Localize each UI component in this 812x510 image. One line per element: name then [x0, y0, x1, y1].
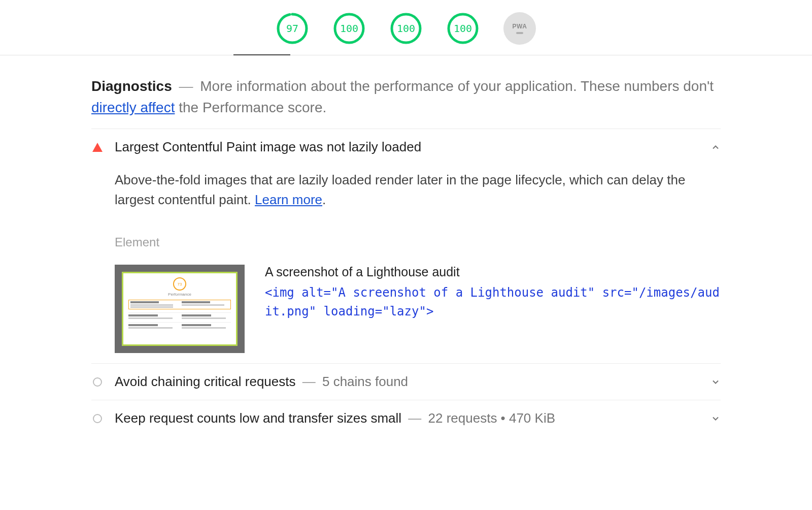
- neutral-circle-icon: [91, 414, 104, 423]
- learn-more-link[interactable]: Learn more: [255, 192, 322, 207]
- element-caption: A screenshot of a Lighthouse audit: [265, 265, 721, 279]
- neutral-circle-icon: [91, 377, 104, 387]
- chevron-down-icon: [710, 377, 721, 387]
- diagnostics-header: Diagnostics — More information about the…: [91, 76, 721, 118]
- main-content: Diagnostics — More information about the…: [81, 55, 731, 436]
- active-tab-underline: [233, 54, 290, 55]
- gauge-value: 100: [340, 22, 358, 35]
- directly-affect-link[interactable]: directly affect: [91, 100, 175, 115]
- audit-subtext: 22 requests • 470 KiB: [428, 410, 555, 426]
- audit-title: Avoid chaining critical requests — 5 cha…: [115, 374, 408, 390]
- dash-separator: —: [179, 78, 193, 94]
- element-code-snippet: <img alt="A screenshot of a Lighthouse a…: [265, 283, 721, 321]
- thumb-gauge-icon: 73: [173, 277, 186, 291]
- pwa-label: PWA: [513, 23, 527, 30]
- audit-toggle[interactable]: Avoid chaining critical requests — 5 cha…: [91, 374, 721, 390]
- gauge-value: 100: [397, 22, 415, 35]
- gauge-best-practices[interactable]: 100: [390, 12, 422, 45]
- audit-description: Above-the-fold images that are lazily lo…: [115, 170, 721, 210]
- audit-chaining-requests: Avoid chaining critical requests — 5 cha…: [91, 363, 721, 400]
- element-section-label: Element: [115, 235, 721, 249]
- gauge-pwa[interactable]: PWA: [503, 12, 536, 45]
- warning-triangle-icon: [91, 143, 104, 152]
- audit-toggle[interactable]: Largest Contentful Paint image was not l…: [91, 139, 721, 155]
- chevron-down-icon: [710, 413, 721, 424]
- gauge-value: 100: [454, 22, 472, 35]
- audit-toggle[interactable]: Keep request counts low and transfer siz…: [91, 410, 721, 426]
- chevron-up-icon: [710, 142, 721, 152]
- audit-lcp-lazy: Largest Contentful Paint image was not l…: [91, 129, 721, 363]
- element-info: A screenshot of a Lighthouse audit <img …: [265, 265, 721, 321]
- element-row: 73 Performance A screenshot of a Lightho…: [115, 265, 721, 353]
- element-thumbnail: 73 Performance: [115, 265, 245, 353]
- audit-title: Largest Contentful Paint image was not l…: [115, 139, 421, 155]
- gauge-accessibility[interactable]: 100: [333, 12, 365, 45]
- audit-title: Keep request counts low and transfer siz…: [115, 410, 555, 426]
- audit-request-counts: Keep request counts low and transfer siz…: [91, 400, 721, 436]
- gauge-seo[interactable]: 100: [447, 12, 479, 45]
- pwa-dash-icon: [516, 32, 523, 34]
- score-nav: 97 100 100 100 PWA: [0, 0, 812, 55]
- audit-subtext: 5 chains found: [322, 374, 408, 389]
- audit-body: Above-the-fold images that are lazily lo…: [91, 155, 721, 353]
- gauge-performance[interactable]: 97: [276, 12, 309, 45]
- gauge-value: 97: [286, 22, 298, 35]
- section-title: Diagnostics: [91, 78, 172, 94]
